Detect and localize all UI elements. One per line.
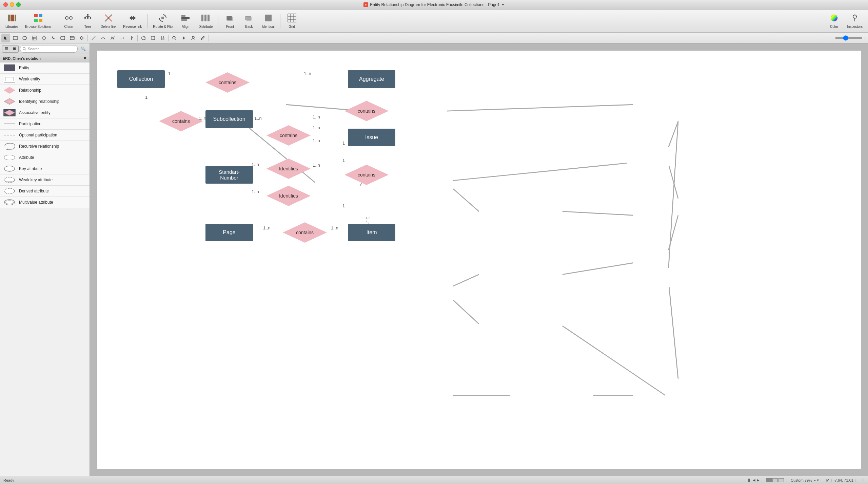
key-attribute-icon xyxy=(3,165,16,172)
relationship-contains-4[interactable]: contains xyxy=(267,125,311,146)
grid-snap-tool[interactable] xyxy=(158,34,167,42)
relationship-contains-6[interactable]: contains xyxy=(283,222,327,243)
sidebar-item-key-attribute[interactable]: Key attribute xyxy=(0,163,90,174)
sidebar-item-optional-participation[interactable]: Optional participation xyxy=(0,130,90,141)
next-page-button[interactable]: ▶ xyxy=(757,478,760,482)
grid-view-btn[interactable]: ⊞ xyxy=(10,45,18,52)
line-tool[interactable] xyxy=(89,34,98,42)
sidebar-item-relationship[interactable]: Relationship xyxy=(0,85,90,96)
toolbar-browse-solutions[interactable]: Browse Solutions xyxy=(22,12,54,31)
zoom-slider[interactable] xyxy=(835,37,862,39)
toolbar-align[interactable]: Align xyxy=(177,12,194,31)
page-box-3[interactable] xyxy=(778,478,784,482)
canvas-container[interactable]: Collection Aggregate Subcollection Issue… xyxy=(90,43,868,476)
entity-issue[interactable]: Issue xyxy=(348,129,395,146)
zoom-dropdown-arrow[interactable]: ▲▼ xyxy=(813,479,820,482)
svg-line-15 xyxy=(85,16,88,17)
toolbar-identical[interactable]: Identical xyxy=(259,12,277,31)
view-toggle[interactable]: ☰ ⊞ xyxy=(2,45,19,53)
pause-button[interactable]: ⏸ xyxy=(747,478,751,483)
zoom-level[interactable]: Custom 79% ▲▼ xyxy=(791,478,820,482)
label-1n-contains-aggregate: 1..n xyxy=(304,71,311,76)
relationship-contains-3[interactable]: contains xyxy=(344,101,389,121)
phone-shape-tool[interactable] xyxy=(49,34,58,42)
relationship-contains-2[interactable]: contains xyxy=(159,111,203,131)
list-view-btn[interactable]: ☰ xyxy=(2,45,10,52)
relationship-contains-1[interactable]: contains xyxy=(205,72,250,93)
diagram-canvas[interactable]: Collection Aggregate Subcollection Issue… xyxy=(97,50,861,469)
svg-rect-12 xyxy=(87,17,88,19)
page-box-2[interactable] xyxy=(772,478,778,482)
entity-standart-number[interactable]: Standart-Number xyxy=(205,166,253,184)
table-tool[interactable] xyxy=(30,34,39,42)
curve-tool[interactable] xyxy=(99,34,107,42)
rounded-rect-tool[interactable] xyxy=(58,34,67,42)
search-input[interactable] xyxy=(20,45,78,53)
sidebar-item-derived-attribute[interactable]: Derived attribute xyxy=(0,186,90,197)
window-controls[interactable] xyxy=(3,2,21,7)
sidebar-item-participation[interactable]: Participation xyxy=(0,118,90,130)
vertical-line-tool[interactable] xyxy=(127,34,136,42)
ellipse-tool[interactable] xyxy=(20,34,29,42)
chain-icon xyxy=(64,13,74,24)
entity-item[interactable]: Item xyxy=(348,224,395,241)
category-close[interactable]: ✕ xyxy=(83,56,87,61)
svg-line-72 xyxy=(204,36,204,37)
select-tool[interactable] xyxy=(1,34,10,42)
resize-handle[interactable]: ⠿ xyxy=(862,478,865,482)
reverse-link-label: Reverse link xyxy=(123,25,142,29)
dropdown-arrow[interactable]: ▼ xyxy=(501,3,505,6)
transform-tool[interactable] xyxy=(149,34,157,42)
toolbar-distribute[interactable]: Distribute xyxy=(196,12,215,31)
polygon-tool[interactable] xyxy=(39,34,48,42)
maximize-button[interactable] xyxy=(16,2,21,7)
curved-line-tool[interactable] xyxy=(108,34,117,42)
toolbar-tree[interactable]: Tree xyxy=(79,12,97,31)
prev-page-button[interactable]: ◀ xyxy=(753,478,755,482)
toolbar-chain[interactable]: Chain xyxy=(60,12,78,31)
toolbar-front[interactable]: Front xyxy=(221,12,239,31)
arrow-tool[interactable] xyxy=(118,34,126,42)
svg-rect-33 xyxy=(268,18,272,21)
sidebar-item-identifying-relationship[interactable]: Identifying relationship xyxy=(0,96,90,107)
toolbar-rotate-flip[interactable]: Rotate & Flip xyxy=(150,12,175,31)
zoom-fit-tool[interactable] xyxy=(170,34,179,42)
sidebar-item-weak-key-attribute[interactable]: Weak key attribute xyxy=(0,174,90,186)
sidebar-item-multivalue-attribute[interactable]: Multivalue attribute xyxy=(0,197,90,208)
svg-marker-50 xyxy=(42,36,46,40)
entity-collection[interactable]: Collection xyxy=(117,70,165,88)
svg-line-95 xyxy=(669,215,678,250)
toolbar-color[interactable]: Color xyxy=(825,12,843,31)
svg-rect-46 xyxy=(32,36,36,40)
toolbar-inspectors[interactable]: Inspectors xyxy=(844,12,865,31)
rectangle-tool[interactable] xyxy=(11,34,20,42)
shape-tool-3[interactable] xyxy=(77,34,86,42)
sidebar-item-associative-entity[interactable]: Associative entity xyxy=(0,107,90,118)
close-button[interactable] xyxy=(3,2,8,7)
search-button[interactable]: 🔍 xyxy=(79,44,87,53)
toolbar-back[interactable]: Back xyxy=(240,12,258,31)
entity-page[interactable]: Page xyxy=(205,224,253,241)
entity-aggregate[interactable]: Aggregate xyxy=(348,70,395,88)
relationship-contains-5[interactable]: contains xyxy=(344,165,389,185)
shape-tool-2[interactable] xyxy=(68,34,77,42)
pencil-tool[interactable] xyxy=(198,34,207,42)
entity-subcollection[interactable]: Subcollection xyxy=(205,110,253,128)
sidebar-item-weak-entity[interactable]: Weak entity xyxy=(0,74,90,85)
toolbar-reverse-link[interactable]: Reverse link xyxy=(120,12,144,31)
pan-tool[interactable] xyxy=(179,34,188,42)
zoom-out-button[interactable]: − xyxy=(830,35,833,41)
user-tool[interactable] xyxy=(189,34,198,42)
sidebar-item-entity[interactable]: Entity xyxy=(0,62,90,74)
sidebar-item-attribute[interactable]: Attribute xyxy=(0,152,90,163)
crop-tool[interactable] xyxy=(139,34,148,42)
toolbar-delete-link[interactable]: Delete link xyxy=(98,12,119,31)
relationship-identifies-2[interactable]: Identifies xyxy=(267,186,311,206)
relationship-identifies-1[interactable]: Identifies xyxy=(267,159,311,179)
toolbar-grid[interactable]: Grid xyxy=(283,12,301,31)
page-box-1[interactable] xyxy=(766,478,772,482)
sidebar-item-recursive-relationship[interactable]: Recursive relationship xyxy=(0,141,90,152)
minimize-button[interactable] xyxy=(10,2,14,7)
zoom-in-button[interactable]: + xyxy=(864,35,867,41)
toolbar-libraries[interactable]: Libraries xyxy=(3,12,21,31)
